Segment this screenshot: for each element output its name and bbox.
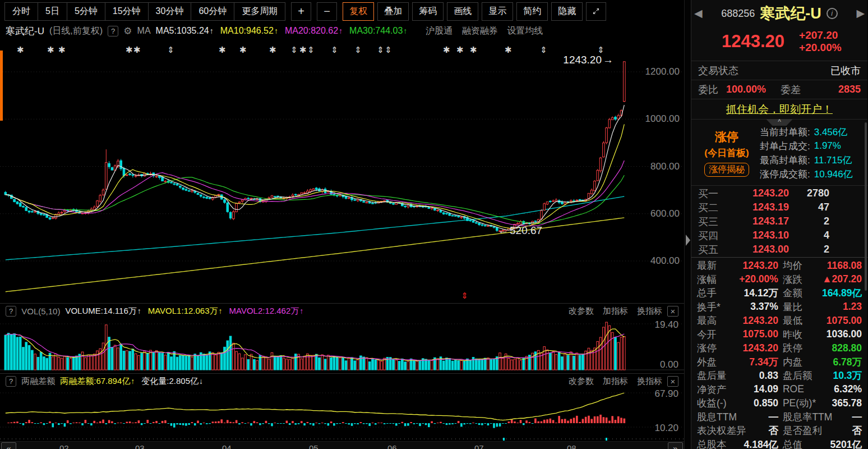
news-marker-icon[interactable]: ✱ — [219, 45, 226, 55]
tool-button[interactable]: 显示 ▾ — [482, 2, 513, 21]
bid-row: 买三 1243.17 2 — [698, 214, 861, 228]
stock-trading-app: 分时 ▾ 5日 ▾ 5分钟 ▾ 15分钟 ▾ — [0, 0, 868, 449]
quote-value: 365.78 — [816, 397, 862, 409]
candlestick-chart — [0, 39, 684, 303]
gear-icon[interactable]: ⚙ — [123, 25, 132, 37]
limit-up-reveal-button[interactable]: 涨停揭秘 — [704, 163, 749, 177]
panel-scrollbar[interactable] — [865, 122, 867, 291]
bid-quantity: 2 — [789, 216, 861, 227]
pane-action-link[interactable]: 换指标 — [637, 376, 662, 387]
x-axis-nav: « 02030405060708 » — [0, 441, 684, 449]
period-button[interactable]: 5日 ▾ — [38, 3, 67, 20]
event-marker-icon[interactable]: ⇕ — [167, 45, 174, 55]
x-axis-label: 07 — [474, 443, 484, 449]
close-icon[interactable]: × — [667, 306, 678, 317]
event-marker-icon[interactable]: ⇕ — [354, 45, 362, 55]
info-icon[interactable]: i — [827, 8, 838, 19]
main-chart-pane[interactable]: ✱✱✱✱✱⇕✱✱✱⇕✱⇕⇕⇕⇕⇕✱✱✱✱⇕⇕ 1200.001000.00800… — [0, 39, 684, 303]
header-link[interactable]: 融资融券 ▾ — [462, 26, 500, 35]
x-axis-label: 03 — [135, 443, 145, 449]
margin-value: 两融差额:67.894亿 ↑ — [60, 376, 135, 387]
bid-quantity: 2 — [789, 244, 861, 255]
help-icon[interactable]: ? — [108, 26, 118, 36]
news-marker-icon[interactable]: ✱ — [456, 45, 464, 55]
quote-value: 7.34万 — [717, 355, 778, 369]
x-axis-label: 06 — [387, 443, 397, 449]
price-axis-label: 800.00 — [626, 161, 680, 172]
event-marker-icon[interactable]: ⇕ — [331, 45, 338, 55]
quote-value: 6.78万 — [802, 355, 862, 369]
quote-value: 1075.00 — [717, 328, 778, 340]
quote-value: 否 — [746, 424, 778, 437]
pane-action-link[interactable]: 改参数 — [569, 376, 594, 387]
order-ratio-row: 委比 100.00% 委差 2835 — [691, 80, 867, 99]
news-marker-icon[interactable]: ✱ — [133, 45, 141, 55]
fullscreen-button[interactable] — [586, 2, 606, 21]
period-button[interactable]: 分时 ▾ — [5, 3, 38, 20]
quote-value: — — [737, 411, 778, 423]
news-marker-icon[interactable]: ✱ — [269, 45, 276, 55]
scroll-left-button[interactable]: « — [1, 442, 16, 449]
tool-button[interactable]: 复权 ▾ — [343, 2, 374, 21]
prev-stock-icon[interactable]: ◀ — [694, 7, 703, 20]
tool-button[interactable]: 画线 ▾ — [447, 2, 478, 21]
arrow-up-icon: ↑ — [403, 26, 407, 35]
next-stock-icon[interactable]: ▶ — [856, 7, 865, 20]
volume-scale-max: 19.40 — [654, 319, 678, 331]
zoom-out-button[interactable]: − — [317, 2, 337, 21]
news-marker-icon[interactable]: ✱ — [58, 45, 66, 55]
tool-button[interactable]: 叠加 ▾ — [377, 2, 409, 21]
pane-action-link[interactable]: 改参数 — [569, 306, 594, 317]
quote-row: 总股本 4.184亿 总值 5201亿 — [697, 438, 862, 449]
tool-button[interactable]: 简约 ▾ — [516, 2, 548, 21]
event-marker-icon[interactable]: ⇕ — [290, 45, 298, 55]
scroll-right-button[interactable]: » — [668, 442, 683, 449]
event-marker-icon[interactable]: ⇕ — [377, 45, 384, 55]
news-marker-icon[interactable]: ✱ — [17, 45, 24, 55]
event-marker-icon[interactable]: ⇕ — [385, 45, 392, 55]
promo-row: 抓住机会，即刻开户！ ^ — [691, 99, 867, 119]
indicator-name: 两融差额 — [21, 376, 55, 387]
quote-row: 表决权差异 否 是否盈利 否 — [697, 424, 862, 438]
period-button[interactable]: 5分钟 ▾ — [67, 3, 105, 20]
news-marker-icon[interactable]: ✱ — [505, 45, 512, 55]
help-icon[interactable]: ? — [6, 306, 16, 317]
bid-row: 买一 1243.20 2780 — [698, 186, 861, 200]
event-marker-icon[interactable]: ⇕ — [307, 45, 315, 55]
arrow-up-icon: ↑ — [210, 26, 214, 35]
news-marker-icon[interactable]: ✱ — [443, 45, 450, 55]
period-label: 5日 — [45, 6, 59, 17]
panel-expand-handle[interactable] — [686, 235, 690, 246]
timeline-tick-strip[interactable] — [0, 437, 684, 441]
news-marker-icon[interactable]: ✱ — [239, 45, 247, 55]
pane-action-link[interactable]: 换指标 — [637, 306, 662, 317]
period-button[interactable]: 30分钟 ▾ — [148, 3, 191, 20]
quote-value: 1075.00 — [802, 315, 862, 327]
period-button[interactable]: 15分钟 ▾ — [105, 3, 148, 20]
news-marker-icon[interactable]: ✱ — [299, 45, 307, 55]
pane-action-link[interactable]: 加指标 — [603, 376, 628, 387]
news-marker-icon[interactable]: ✱ — [47, 45, 54, 55]
news-marker-icon[interactable]: ✱ — [126, 45, 133, 55]
price-axis-label: 1200.00 — [626, 66, 680, 77]
bid-row: 买四 1243.10 4 — [698, 228, 861, 242]
help-icon[interactable]: ? — [6, 376, 16, 387]
zoom-in-button[interactable]: + — [291, 2, 311, 21]
news-marker-icon[interactable]: ✱ — [470, 45, 477, 55]
quote-row: 盘后量 0.83 盘后额 10.3万 — [697, 369, 862, 383]
bid-queue: 买一 1243.20 2780 买二 1243.19 47 买三 1243.17… — [691, 185, 867, 257]
trade-status-value: 已收市 — [830, 64, 861, 77]
quote-value: 0.850 — [726, 397, 778, 409]
price-axis-label: 1000.00 — [626, 113, 680, 125]
period-button[interactable]: 60分钟 ▾ — [191, 3, 234, 20]
quote-value: +20.00% — [717, 273, 778, 285]
chart-title: 寒武纪-U — [6, 25, 44, 38]
pane-action-link[interactable]: 加指标 — [603, 306, 628, 317]
tool-button[interactable]: 隐藏 ▸▸ ▾ — [551, 2, 583, 21]
close-icon[interactable]: × — [667, 376, 678, 387]
open-account-link[interactable]: 抓住机会，即刻开户！ — [726, 102, 833, 117]
tool-button[interactable]: 筹码 ▾ — [412, 2, 444, 21]
period-button[interactable]: 更多周期 ▾ — [234, 3, 285, 20]
header-link[interactable]: 设置均线 ▾ — [507, 26, 543, 35]
header-link[interactable]: 沪股通 ▾ — [426, 26, 455, 35]
